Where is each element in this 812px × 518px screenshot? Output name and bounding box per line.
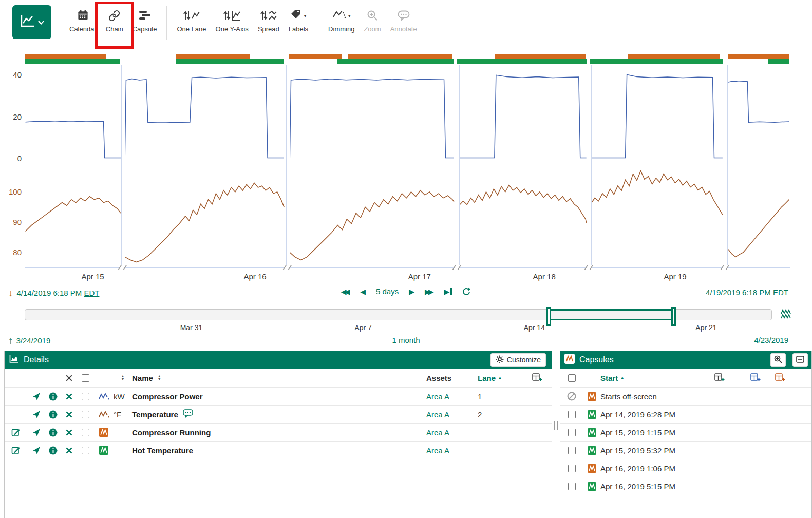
capsule-bar-green[interactable]	[768, 59, 789, 64]
step-back-button[interactable]: ◀	[360, 288, 366, 295]
annotation-icon[interactable]	[183, 409, 194, 419]
customize-button[interactable]: Customize	[490, 353, 546, 367]
capsule-row[interactable]: Apr 16, 2019 1:06 PM	[560, 459, 811, 477]
add-column-icon[interactable]	[523, 373, 552, 382]
refresh-icon[interactable]	[462, 287, 471, 296]
capsule-bar-green[interactable]	[590, 59, 724, 64]
details-row-hot-temperature[interactable]: Hot Temperature Area A	[5, 442, 552, 459]
step-forward-fast-button[interactable]: ▶▶	[425, 288, 434, 295]
row-checkbox[interactable]	[568, 411, 576, 418]
duration-label[interactable]: 5 days	[376, 287, 399, 296]
remove-all-icon[interactable]	[61, 375, 77, 381]
drag-handle-icon	[554, 421, 558, 430]
timezone-link[interactable]: EDT	[773, 288, 788, 297]
row-checkbox[interactable]	[82, 429, 89, 436]
details-row-temperature[interactable]: °F Temperature Area A 2	[5, 406, 552, 424]
select-all-capsules-checkbox[interactable]	[568, 374, 576, 382]
panel-resize-divider[interactable]	[552, 351, 560, 518]
remove-icon[interactable]	[61, 447, 77, 454]
sort-icon[interactable]: ▲▼	[121, 375, 125, 381]
signal-icon	[94, 392, 114, 401]
row-checkbox[interactable]	[568, 483, 576, 490]
display-range-end[interactable]: 4/19/2019 6:18 PM EDT	[706, 288, 788, 297]
capsule-bar-green[interactable]	[457, 59, 587, 64]
column-header-lane[interactable]: Lane▲	[478, 374, 523, 382]
toolbar-one-lane-button[interactable]: One Lane	[172, 5, 211, 42]
details-row-compressor-running[interactable]: Compressor Running Area A	[5, 424, 552, 442]
trend-chart[interactable]: 40200 1009080 Apr 15Apr 16Apr 17Apr 18Ap…	[25, 54, 790, 283]
toolbar-spread-button[interactable]: Spread	[253, 5, 284, 42]
signal-icon	[94, 410, 114, 419]
remove-icon[interactable]	[61, 411, 77, 418]
trend-view-button[interactable]	[12, 5, 51, 39]
toolbar-labels-button[interactable]: ▾ Labels	[284, 5, 313, 42]
rocket-icon[interactable]	[27, 428, 45, 437]
step-to-end-button[interactable]: ▶	[444, 288, 452, 295]
capsule-row[interactable]: Apr 16, 2019 5:15 PM	[560, 477, 811, 495]
toolbar-one-y-axis-button[interactable]: One Y-Axis	[211, 5, 253, 42]
collapse-panel-button[interactable]	[792, 353, 808, 367]
capsule-bar-green[interactable]	[337, 59, 454, 64]
asset-link[interactable]: Area A	[426, 446, 449, 455]
investigate-range-end[interactable]: 4/23/2019	[754, 336, 788, 344]
investigate-range-bar: Mar 31Apr 7Apr 14Apr 21	[25, 309, 772, 333]
lane-temperature[interactable]: 1009080	[25, 165, 790, 268]
capsules-zoom-button[interactable]	[770, 353, 786, 367]
capsule-bar-orange[interactable]	[495, 54, 586, 59]
edit-icon[interactable]	[5, 446, 27, 455]
asset-link[interactable]: Area A	[426, 428, 449, 437]
info-icon[interactable]	[45, 392, 61, 401]
unit-label: °F	[114, 410, 132, 419]
capsule-bar-orange[interactable]	[348, 54, 452, 59]
overview-track[interactable]	[25, 309, 772, 320]
capsule-overview-icon[interactable]	[780, 309, 792, 321]
edit-icon[interactable]	[5, 428, 27, 437]
row-checkbox[interactable]	[568, 429, 576, 436]
rocket-icon[interactable]	[27, 446, 45, 455]
remove-icon[interactable]	[61, 429, 77, 436]
add-signal-column-icon[interactable]	[750, 373, 761, 384]
details-row-compressor-power[interactable]: kW Compressor Power Area A 1	[5, 388, 552, 406]
asset-link[interactable]: Area A	[426, 410, 449, 419]
add-column-icon[interactable]	[714, 373, 725, 384]
capsule-bar-orange[interactable]	[289, 54, 342, 59]
toolbar-dimming-button[interactable]: ▾ Dimming	[324, 5, 359, 42]
rocket-icon[interactable]	[27, 392, 45, 401]
capsule-bar-orange[interactable]	[628, 54, 720, 59]
lane-compressor-power[interactable]: 40200	[25, 65, 790, 165]
info-icon[interactable]	[45, 428, 61, 437]
capsule-bar-green[interactable]	[25, 59, 120, 64]
capsule-bar-orange[interactable]	[176, 54, 250, 59]
display-range-selection[interactable]	[549, 309, 674, 320]
toolbar-calendar-button[interactable]: Calendar	[65, 5, 101, 42]
capsule-row[interactable]: Apr 15, 2019 5:32 PM	[560, 442, 811, 459]
row-checkbox[interactable]	[568, 447, 576, 454]
capsule-bar-orange[interactable]	[728, 54, 789, 59]
capsule-bar-green[interactable]	[176, 59, 285, 64]
column-header-name[interactable]: Name	[132, 374, 153, 382]
rocket-icon[interactable]	[27, 410, 45, 419]
sort-icon[interactable]: ▲▼	[158, 375, 161, 381]
info-icon[interactable]	[45, 446, 61, 455]
toolbar-chain-button[interactable]: Chain	[101, 5, 128, 42]
capsule-row[interactable]: Apr 14, 2019 6:28 PM	[560, 406, 811, 424]
capsule-bar-orange[interactable]	[25, 54, 106, 59]
row-checkbox[interactable]	[568, 465, 576, 472]
capsule-row[interactable]: Apr 15, 2019 1:15 PM	[560, 424, 811, 442]
step-back-fast-button[interactable]: ◀◀	[341, 288, 350, 295]
select-all-checkbox[interactable]	[82, 374, 89, 382]
row-checkbox[interactable]	[82, 393, 89, 400]
investigate-range-duration[interactable]: 1 month	[0, 336, 812, 344]
toolbar-calendar-label: Calendar	[69, 25, 97, 33]
row-checkbox[interactable]	[82, 447, 89, 454]
capsule-row[interactable]: Starts off-screen	[560, 388, 811, 406]
info-icon[interactable]	[45, 410, 61, 419]
step-forward-button[interactable]: ▶	[409, 288, 414, 295]
column-header-start[interactable]: Start	[600, 374, 618, 382]
row-checkbox[interactable]	[82, 411, 89, 418]
add-condition-column-icon[interactable]	[775, 373, 785, 384]
asset-link[interactable]: Area A	[426, 392, 449, 401]
toolbar-capsule-button[interactable]: Capsule	[128, 5, 162, 42]
remove-icon[interactable]	[61, 393, 77, 400]
column-header-assets[interactable]: Assets	[426, 374, 478, 382]
